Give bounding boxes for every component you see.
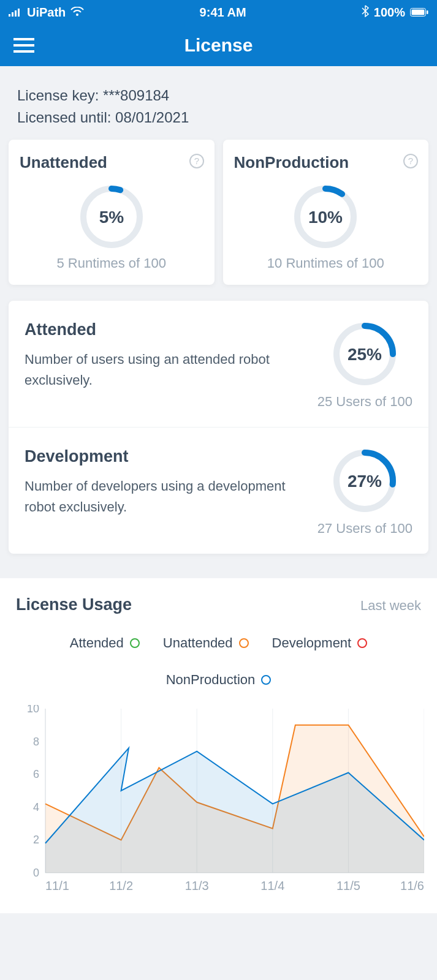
svg-rect-7 xyxy=(427,10,428,14)
legend-unattended[interactable]: Unattended xyxy=(163,635,249,651)
usage-chart: 024681011/111/211/311/411/511/6 xyxy=(27,705,421,895)
list-cards: Attended Number of users using an attend… xyxy=(9,301,428,554)
card-description: Number of developers using a development… xyxy=(25,476,310,518)
chart-legend: Attended Unattended Development NonProdu… xyxy=(16,635,421,688)
legend-label: NonProduction xyxy=(166,672,256,688)
svg-text:11/3: 11/3 xyxy=(185,879,209,892)
svg-rect-3 xyxy=(18,9,20,17)
svg-text:11/1: 11/1 xyxy=(45,879,69,892)
gauge: 10% xyxy=(234,183,418,251)
license-info: License key: ***809184 Licensed until: 0… xyxy=(0,66,437,140)
license-key-label: License key: xyxy=(17,87,103,104)
svg-text:0: 0 xyxy=(33,867,39,879)
license-key-value: ***809184 xyxy=(103,87,169,104)
legend-label: Attended xyxy=(70,635,124,651)
legend-swatch-icon xyxy=(261,675,271,685)
gauge: 5% xyxy=(20,183,203,251)
card-unattended[interactable]: Unattended ? 5% 5 Runtimes of 100 xyxy=(9,140,215,285)
svg-text:?: ? xyxy=(194,156,199,166)
clock-label: 9:41 AM xyxy=(84,6,362,20)
license-key-line: License key: ***809184 xyxy=(17,85,420,107)
gauge-percent: 27% xyxy=(348,472,382,491)
card-title: Unattended xyxy=(20,153,203,172)
signal-icon xyxy=(9,6,22,20)
card-subtitle: 25 Users of 100 xyxy=(317,394,412,410)
svg-text:11/5: 11/5 xyxy=(336,879,360,892)
battery-icon xyxy=(410,6,428,20)
license-until-line: Licensed until: 08/01/2021 xyxy=(17,107,420,129)
card-nonproduction[interactable]: NonProduction ? 10% 10 Runtimes of 100 xyxy=(223,140,429,285)
svg-text:11/4: 11/4 xyxy=(260,879,284,892)
usage-section: License Usage Last week Attended Unatten… xyxy=(0,578,437,913)
license-until-value: 08/01/2021 xyxy=(115,109,189,126)
legend-swatch-icon xyxy=(357,638,367,648)
svg-rect-8 xyxy=(13,38,34,40)
wifi-icon xyxy=(70,6,84,20)
card-attended[interactable]: Attended Number of users using an attend… xyxy=(9,301,428,428)
svg-rect-9 xyxy=(13,44,34,47)
status-bar: UiPath 9:41 AM 100% xyxy=(0,0,437,24)
card-title: NonProduction xyxy=(234,153,418,172)
page-title: License xyxy=(184,35,253,56)
card-description: Number of users using an attended robot … xyxy=(25,349,310,391)
svg-text:10: 10 xyxy=(27,705,39,715)
card-development[interactable]: Development Number of developers using a… xyxy=(9,428,428,554)
bluetooth-icon xyxy=(362,5,369,20)
svg-rect-10 xyxy=(13,50,34,53)
legend-label: Development xyxy=(272,635,352,651)
svg-text:?: ? xyxy=(408,156,413,166)
hamburger-icon xyxy=(13,38,34,53)
carrier-label: UiPath xyxy=(27,6,66,20)
card-title: Attended xyxy=(25,320,310,339)
gauge: 25% xyxy=(331,320,398,388)
svg-rect-6 xyxy=(412,9,425,15)
battery-label: 100% xyxy=(374,6,405,20)
usage-title: License Usage xyxy=(16,595,132,614)
card-title: Development xyxy=(25,447,310,466)
help-icon[interactable]: ? xyxy=(403,153,419,169)
app-header: License xyxy=(0,24,437,66)
small-cards-row: Unattended ? 5% 5 Runtimes of 100 NonPro… xyxy=(0,140,437,288)
svg-rect-2 xyxy=(15,10,17,17)
legend-development[interactable]: Development xyxy=(272,635,368,651)
gauge-percent: 25% xyxy=(348,345,382,364)
svg-text:2: 2 xyxy=(33,834,39,846)
gauge: 27% xyxy=(331,447,398,514)
legend-label: Unattended xyxy=(163,635,233,651)
svg-rect-0 xyxy=(9,14,10,17)
svg-text:4: 4 xyxy=(33,801,39,813)
svg-text:11/6: 11/6 xyxy=(400,879,424,892)
legend-swatch-icon xyxy=(130,638,140,648)
card-subtitle: 5 Runtimes of 100 xyxy=(20,255,203,271)
help-icon[interactable]: ? xyxy=(189,153,205,169)
legend-attended[interactable]: Attended xyxy=(70,635,140,651)
gauge-percent: 5% xyxy=(99,208,124,227)
license-until-label: Licensed until: xyxy=(17,109,115,126)
svg-text:11/2: 11/2 xyxy=(109,879,133,892)
svg-text:8: 8 xyxy=(33,736,39,748)
usage-period[interactable]: Last week xyxy=(360,598,421,614)
card-subtitle: 10 Runtimes of 100 xyxy=(234,255,418,271)
card-subtitle: 27 Users of 100 xyxy=(317,521,412,537)
svg-rect-1 xyxy=(12,12,13,17)
legend-nonproduction[interactable]: NonProduction xyxy=(166,672,272,688)
gauge-percent: 10% xyxy=(308,208,343,227)
menu-button[interactable] xyxy=(13,38,34,53)
svg-point-4 xyxy=(76,13,78,16)
legend-swatch-icon xyxy=(239,638,249,648)
svg-text:6: 6 xyxy=(33,768,39,780)
